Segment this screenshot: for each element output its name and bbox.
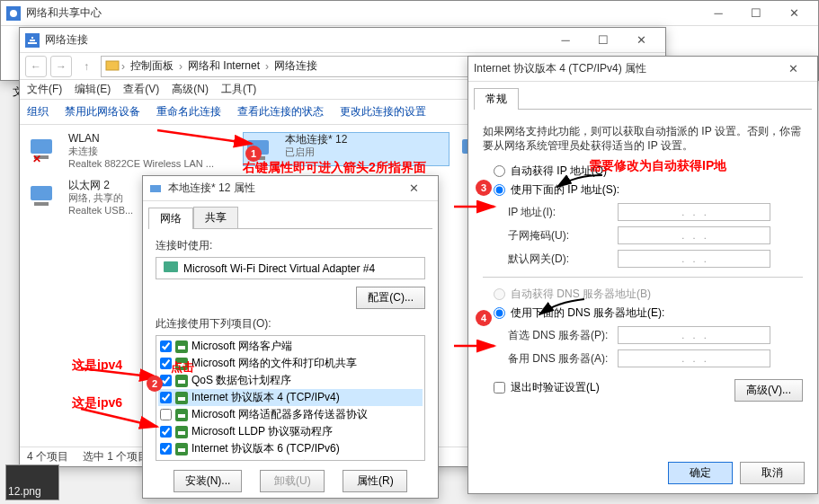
radio-manual-dns[interactable]: 使用下面的 DNS 服务器地址(E): xyxy=(494,305,803,321)
install-button[interactable]: 安装(N)... xyxy=(174,470,243,492)
svg-rect-12 xyxy=(31,186,52,200)
nav-forward-button[interactable]: → xyxy=(50,56,72,77)
ip-input[interactable]: . . . xyxy=(618,203,770,221)
validate-checkbox[interactable] xyxy=(494,382,505,393)
mask-label: 子网掩码(U): xyxy=(483,228,618,243)
radio-auto-dns[interactable]: 自动获得 DNS 服务器地址(B) xyxy=(494,287,803,302)
svg-rect-4 xyxy=(31,139,52,154)
network-items-list[interactable]: Microsoft 网络客户端 Microsoft 网络的文件和打印机共享 Qo… xyxy=(156,335,425,461)
svg-rect-13 xyxy=(34,202,49,206)
toolbar-organize[interactable]: 组织 xyxy=(27,104,49,119)
network-item[interactable]: QoS 数据包计划程序 xyxy=(158,372,423,389)
network-item[interactable]: Internet 协议版本 6 (TCP/IPv6) xyxy=(158,440,423,457)
menu-view[interactable]: 查看(V) xyxy=(123,82,159,97)
titlebar: Internet 协议版本 4 (TCP/IPv4) 属性 ✕ xyxy=(468,57,817,82)
item-checkbox[interactable] xyxy=(160,443,172,455)
radio-input[interactable] xyxy=(494,165,505,177)
maximize-button[interactable]: ☐ xyxy=(737,2,775,25)
titlebar: 本地连接* 12 属性 ✕ xyxy=(143,176,438,201)
item-checkbox[interactable] xyxy=(160,392,172,403)
toolbar-disable[interactable]: 禁用此网络设备 xyxy=(65,104,140,119)
crumb[interactable]: 网络和 Internet xyxy=(184,58,263,74)
item-checkbox[interactable] xyxy=(160,340,172,352)
connection-name: WLAN xyxy=(68,132,214,145)
gateway-input[interactable]: . . . xyxy=(618,250,770,268)
protocol-icon xyxy=(175,392,188,404)
advanced-button[interactable]: 高级(V)... xyxy=(734,379,803,402)
item-checkbox[interactable] xyxy=(160,375,172,386)
menu-file[interactable]: 文件(F) xyxy=(27,82,62,97)
network-item[interactable]: Microsoft 网络适配器多路传送器协议 xyxy=(158,406,423,423)
network-item[interactable]: Microsoft LLDP 协议驱动程序 xyxy=(158,423,423,440)
dns2-label: 备用 DNS 服务器(A): xyxy=(483,351,618,367)
item-checkbox[interactable] xyxy=(160,426,172,438)
crumb[interactable]: 网络连接 xyxy=(271,58,321,74)
svg-rect-7 xyxy=(247,140,269,155)
radio-input[interactable] xyxy=(494,288,505,300)
tab-sharing[interactable]: 共享 xyxy=(193,207,238,228)
protocol-icon xyxy=(175,460,188,462)
menu-edit[interactable]: 编辑(E) xyxy=(75,82,111,97)
connection-local-12[interactable]: 本地连接* 12 已启用 xyxy=(243,132,450,166)
connection-status: 未连接 xyxy=(68,145,214,157)
window-controls: ─ ☐ ✕ xyxy=(699,2,813,25)
crumb[interactable]: 控制面板 xyxy=(127,58,177,74)
item-label: Internet 协议版本 4 (TCP/IPv4) xyxy=(191,390,340,405)
radio-label: 自动获得 IP 地址(O) xyxy=(511,164,607,179)
ok-button[interactable]: 确定 xyxy=(668,462,733,484)
ipv4-properties-dialog: Internet 协议版本 4 (TCP/IPv4) 属性 ✕ 常规 如果网络支… xyxy=(467,56,818,494)
close-button[interactable]: ✕ xyxy=(774,57,812,81)
description-text: 如果网络支持此功能，则可以获取自动指派的 IP 设置。否则，你需要从网络系统管理… xyxy=(483,124,803,153)
connection-wlan[interactable]: ✕ WLAN 未连接 Realtek 8822CE Wireless LAN .… xyxy=(27,132,234,170)
connection-detail: Realtek USB... xyxy=(68,204,133,217)
nic-icon xyxy=(164,261,178,275)
ip-label: IP 地址(I): xyxy=(483,205,618,220)
desktop-file-thumbnail[interactable]: 12.png xyxy=(5,464,59,500)
radio-input[interactable] xyxy=(494,184,505,196)
protocol-icon xyxy=(175,443,188,455)
menu-advanced[interactable]: 高级(N) xyxy=(172,82,209,97)
item-label: QoS 数据包计划程序 xyxy=(191,373,291,388)
toolbar-rename[interactable]: 重命名此连接 xyxy=(156,104,221,119)
minimize-button[interactable]: ─ xyxy=(547,29,584,52)
item-checkbox[interactable] xyxy=(160,409,172,420)
window-title: 网络连接 xyxy=(45,32,547,48)
configure-button[interactable]: 配置(C)... xyxy=(356,287,425,309)
svg-rect-14 xyxy=(150,185,161,192)
menu-tools[interactable]: 工具(T) xyxy=(221,82,256,97)
close-button[interactable]: ✕ xyxy=(622,29,660,52)
dns1-input[interactable]: . . . xyxy=(618,326,770,344)
network-item[interactable]: 链路层拓扑发现响应程序 xyxy=(158,457,423,461)
close-button[interactable]: ✕ xyxy=(395,177,432,200)
toolbar-settings[interactable]: 更改此连接的设置 xyxy=(340,104,426,119)
nav-back-button[interactable]: ← xyxy=(25,56,47,77)
radio-manual-ip[interactable]: 使用下面的 IP 地址(S): xyxy=(494,182,803,198)
item-checkbox[interactable] xyxy=(160,358,172,369)
radio-label: 自动获得 DNS 服务器地址(B) xyxy=(511,287,651,302)
adapter-icon xyxy=(27,179,63,211)
cancel-button[interactable]: 取消 xyxy=(740,462,805,484)
tab-network[interactable]: 网络 xyxy=(148,208,193,229)
properties-button[interactable]: 属性(R) xyxy=(343,470,407,492)
item-label: Microsoft 网络的文件和打印机共享 xyxy=(191,356,357,371)
adapter-icon xyxy=(148,181,163,196)
network-item[interactable]: Microsoft 网络的文件和打印机共享 xyxy=(158,355,423,372)
svg-rect-15 xyxy=(164,261,178,272)
maximize-button[interactable]: ☐ xyxy=(584,29,622,52)
nav-up-button[interactable]: ↑ xyxy=(76,56,97,77)
mask-input[interactable]: . . . xyxy=(618,226,770,244)
radio-auto-ip[interactable]: 自动获得 IP 地址(O) xyxy=(494,164,803,179)
toolbar-status[interactable]: 查看此连接的状态 xyxy=(237,104,324,119)
item-checkbox[interactable] xyxy=(160,460,172,461)
dialog-title: Internet 协议版本 4 (TCP/IPv4) 属性 xyxy=(474,61,774,76)
titlebar: 网络连接 ─ ☐ ✕ xyxy=(20,28,665,53)
tab-general[interactable]: 常规 xyxy=(474,88,519,110)
network-item[interactable]: Internet 协议版本 4 (TCP/IPv4) xyxy=(158,389,423,406)
item-label: Internet 协议版本 6 (TCP/IPv6) xyxy=(191,441,340,456)
minimize-button[interactable]: ─ xyxy=(699,2,737,25)
dns2-input[interactable]: . . . xyxy=(618,349,770,367)
uninstall-button[interactable]: 卸载(U) xyxy=(260,470,325,492)
close-button[interactable]: ✕ xyxy=(775,2,813,25)
radio-input[interactable] xyxy=(494,307,505,319)
network-item[interactable]: Microsoft 网络客户端 xyxy=(158,338,423,355)
